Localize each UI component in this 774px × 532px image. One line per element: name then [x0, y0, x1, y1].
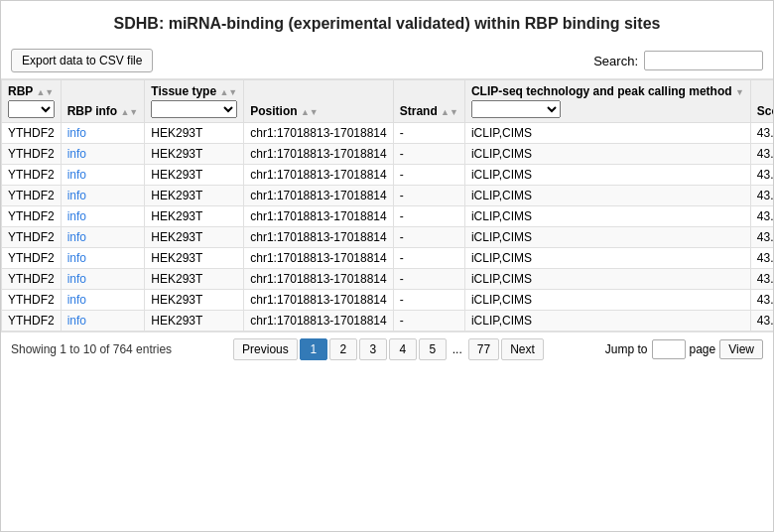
cell-tissue-type: HEK293T: [145, 144, 244, 165]
cell-clip: iCLIP,CIMS: [464, 144, 750, 165]
table-row: YTHDF2 info HEK293T chr1:17018813-170188…: [2, 227, 774, 248]
page-2-button[interactable]: 2: [329, 338, 357, 360]
cell-strand: -: [393, 311, 464, 332]
cell-tissue-type: HEK293T: [145, 206, 244, 227]
table-wrapper: RBP ▲▼ RBP info ▲▼ Tissue type ▲▼: [1, 79, 773, 332]
page-ellipsis: ...: [449, 339, 466, 359]
cell-rbp-info[interactable]: info: [61, 227, 145, 248]
page-77-button[interactable]: 77: [468, 338, 499, 360]
table-row: YTHDF2 info HEK293T chr1:17018813-170188…: [2, 206, 774, 227]
cell-strand: -: [393, 144, 464, 165]
search-area: Search:: [593, 51, 763, 70]
cell-score: 43.000: [750, 227, 773, 248]
table-row: YTHDF2 info HEK293T chr1:17018813-170188…: [2, 144, 774, 165]
cell-position: chr1:17018813-17018814: [244, 227, 393, 248]
cell-rbp-info[interactable]: info: [61, 144, 145, 165]
cell-position: chr1:17018813-17018814: [244, 206, 393, 227]
table-row: YTHDF2 info HEK293T chr1:17018813-170188…: [2, 269, 774, 290]
page-1-button[interactable]: 1: [300, 338, 327, 360]
cell-rbp: YTHDF2: [2, 123, 62, 144]
cell-score: 43.000: [750, 206, 773, 227]
cell-position: chr1:17018813-17018814: [244, 165, 393, 186]
cell-rbp: YTHDF2: [2, 144, 62, 165]
cell-strand: -: [393, 290, 464, 311]
cell-tissue-type: HEK293T: [145, 248, 244, 269]
cell-rbp: YTHDF2: [2, 290, 62, 311]
cell-tissue-type: HEK293T: [145, 269, 244, 290]
page-4-button[interactable]: 4: [389, 338, 417, 360]
cell-rbp: YTHDF2: [2, 206, 62, 227]
page-3-button[interactable]: 3: [359, 338, 387, 360]
col-header-tissue-type: Tissue type ▲▼: [145, 80, 244, 123]
table-row: YTHDF2 info HEK293T chr1:17018813-170188…: [2, 123, 774, 144]
cell-rbp: YTHDF2: [2, 227, 62, 248]
next-button[interactable]: Next: [501, 338, 544, 360]
col-header-rbp-info: RBP info ▲▼: [61, 80, 145, 123]
cell-rbp-info[interactable]: info: [61, 123, 145, 144]
table-row: YTHDF2 info HEK293T chr1:17018813-170188…: [2, 186, 774, 206]
cell-clip: iCLIP,CIMS: [464, 227, 750, 248]
page-title: SDHB: miRNA-binding (experimental valida…: [1, 1, 773, 43]
jump-input[interactable]: [652, 339, 686, 359]
cell-tissue-type: HEK293T: [145, 227, 244, 248]
cell-rbp-info[interactable]: info: [61, 248, 145, 269]
cell-strand: -: [393, 227, 464, 248]
cell-clip: iCLIP,CIMS: [464, 123, 750, 144]
cell-score: 43.000: [750, 248, 773, 269]
cell-strand: -: [393, 269, 464, 290]
cell-tissue-type: HEK293T: [145, 311, 244, 332]
table-row: YTHDF2 info HEK293T chr1:17018813-170188…: [2, 248, 774, 269]
search-label: Search:: [593, 54, 638, 68]
cell-clip: iCLIP,CIMS: [464, 206, 750, 227]
tissue-filter-select[interactable]: [151, 100, 237, 118]
cell-tissue-type: HEK293T: [145, 290, 244, 311]
col-header-position: Position ▲▼: [244, 80, 393, 123]
cell-position: chr1:17018813-17018814: [244, 269, 393, 290]
cell-clip: iCLIP,CIMS: [464, 186, 750, 206]
cell-score: 43.000: [750, 186, 773, 206]
cell-strand: -: [393, 186, 464, 206]
view-button[interactable]: View: [719, 339, 763, 359]
cell-rbp-info[interactable]: info: [61, 165, 145, 186]
cell-rbp-info[interactable]: info: [61, 269, 145, 290]
cell-rbp: YTHDF2: [2, 311, 62, 332]
rbp-filter-select[interactable]: [8, 100, 55, 118]
cell-strand: -: [393, 123, 464, 144]
cell-rbp-info[interactable]: info: [61, 206, 145, 227]
toolbar: Export data to CSV file Search:: [1, 43, 773, 79]
cell-rbp-info[interactable]: info: [61, 186, 145, 206]
search-input[interactable]: [644, 51, 763, 70]
pagination: Previous 1 2 3 4 5 ... 77 Next: [233, 338, 544, 360]
cell-score: 43.000: [750, 311, 773, 332]
cell-clip: iCLIP,CIMS: [464, 165, 750, 186]
cell-position: chr1:17018813-17018814: [244, 248, 393, 269]
table-body: YTHDF2 info HEK293T chr1:17018813-170188…: [2, 123, 774, 332]
page-5-button[interactable]: 5: [419, 338, 447, 360]
cell-rbp-info[interactable]: info: [61, 290, 145, 311]
footer: Showing 1 to 10 of 764 entries Previous …: [1, 332, 773, 366]
page-label: page: [690, 342, 716, 356]
table-row: YTHDF2 info HEK293T chr1:17018813-170188…: [2, 290, 774, 311]
jump-label: Jump to: [605, 342, 648, 356]
cell-rbp: YTHDF2: [2, 269, 62, 290]
table-header-row: RBP ▲▼ RBP info ▲▼ Tissue type ▲▼: [2, 80, 774, 123]
table-row: YTHDF2 info HEK293T chr1:17018813-170188…: [2, 311, 774, 332]
clip-filter-select[interactable]: [471, 100, 561, 118]
cell-clip: iCLIP,CIMS: [464, 290, 750, 311]
clip-sort-arrow: ▼: [735, 87, 744, 97]
cell-clip: iCLIP,CIMS: [464, 248, 750, 269]
cell-position: chr1:17018813-17018814: [244, 123, 393, 144]
jump-area: Jump to page View: [605, 339, 763, 359]
data-table: RBP ▲▼ RBP info ▲▼ Tissue type ▲▼: [1, 79, 773, 332]
previous-button[interactable]: Previous: [233, 338, 298, 360]
export-button[interactable]: Export data to CSV file: [11, 49, 153, 72]
cell-rbp-info[interactable]: info: [61, 311, 145, 332]
cell-rbp: YTHDF2: [2, 186, 62, 206]
cell-position: chr1:17018813-17018814: [244, 186, 393, 206]
cell-tissue-type: HEK293T: [145, 165, 244, 186]
cell-position: chr1:17018813-17018814: [244, 311, 393, 332]
cell-strand: -: [393, 206, 464, 227]
col-header-score: Score ? ▲▼: [750, 80, 773, 123]
cell-rbp: YTHDF2: [2, 165, 62, 186]
cell-position: chr1:17018813-17018814: [244, 144, 393, 165]
